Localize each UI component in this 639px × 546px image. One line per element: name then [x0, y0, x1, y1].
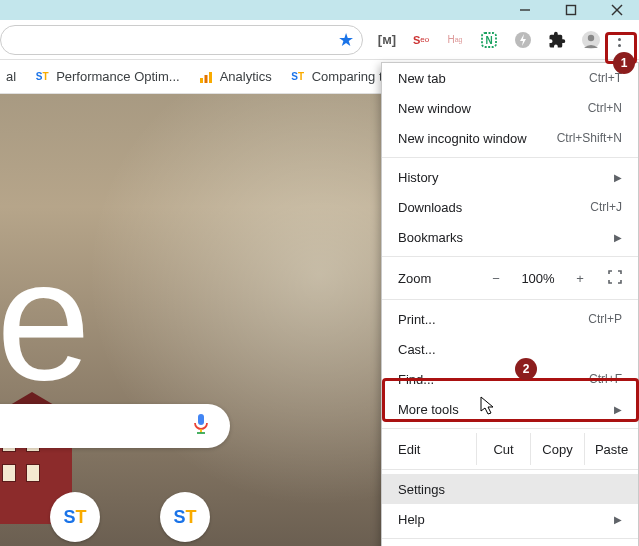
extensions-puzzle-icon[interactable]	[547, 30, 567, 50]
markup-icon[interactable]: [м]	[377, 30, 397, 50]
mouse-cursor-icon	[480, 396, 498, 420]
bookmark-item[interactable]: al	[0, 69, 22, 84]
analytics-icon	[198, 69, 214, 85]
bookmark-item[interactable]: Analytics	[192, 69, 278, 85]
annotation-badge-2: 2	[515, 358, 537, 380]
bookmark-label: Performance Optim...	[56, 69, 180, 84]
voice-search-icon[interactable]	[192, 413, 210, 439]
bookmark-item[interactable]: ST Performance Optim...	[28, 69, 186, 85]
chrome-menu-button[interactable]	[605, 26, 633, 54]
edit-paste-button[interactable]: Paste	[584, 433, 638, 465]
menu-help[interactable]: Help▶	[382, 504, 638, 534]
chevron-right-icon: ▶	[614, 232, 622, 243]
window-titlebar	[0, 0, 639, 20]
zoom-out-button[interactable]: −	[478, 271, 514, 286]
menu-settings[interactable]: Settings	[382, 474, 638, 504]
browser-toolbar: ★ [м] Seo Hag N	[0, 20, 639, 60]
fullscreen-button[interactable]	[598, 270, 632, 287]
note-icon[interactable]: N	[479, 30, 499, 50]
menu-new-tab[interactable]: New tabCtrl+T	[382, 63, 638, 93]
shortcut-tile[interactable]: ST	[50, 492, 100, 542]
menu-more-tools[interactable]: More tools▶	[382, 394, 638, 424]
profile-avatar-icon[interactable]	[581, 30, 601, 50]
zoom-percent: 100%	[514, 271, 562, 286]
svg-rect-12	[198, 414, 204, 425]
bolt-icon[interactable]	[513, 30, 533, 50]
svg-rect-1	[567, 6, 576, 15]
svg-rect-9	[200, 78, 203, 83]
menu-zoom: Zoom − 100% +	[382, 261, 638, 295]
chevron-right-icon: ▶	[614, 514, 622, 525]
htag-icon[interactable]: Hag	[445, 30, 465, 50]
minimize-button[interactable]	[511, 0, 539, 20]
svg-point-8	[588, 34, 594, 40]
more-vert-icon	[618, 32, 621, 47]
chrome-menu: New tabCtrl+T New windowCtrl+N New incog…	[381, 62, 639, 546]
google-search-input[interactable]	[0, 404, 230, 448]
menu-new-window[interactable]: New windowCtrl+N	[382, 93, 638, 123]
menu-history[interactable]: History▶	[382, 162, 638, 192]
bookmark-label: al	[6, 69, 16, 84]
edit-cut-button[interactable]: Cut	[476, 433, 530, 465]
google-logo-fragment: gle	[0, 222, 83, 418]
bookmark-icon: ST	[34, 69, 50, 85]
menu-new-incognito[interactable]: New incognito windowCtrl+Shift+N	[382, 123, 638, 153]
edit-copy-button[interactable]: Copy	[530, 433, 584, 465]
chevron-right-icon: ▶	[614, 172, 622, 183]
shortcut-tile[interactable]: ST	[160, 492, 210, 542]
menu-bookmarks[interactable]: Bookmarks▶	[382, 222, 638, 252]
bookmark-label: Analytics	[220, 69, 272, 84]
address-bar[interactable]: ★	[0, 25, 363, 55]
menu-downloads[interactable]: DownloadsCtrl+J	[382, 192, 638, 222]
menu-cast[interactable]: Cast...	[382, 334, 638, 364]
bookmark-icon: ST	[290, 69, 306, 85]
menu-edit-row: Edit Cut Copy Paste	[382, 433, 638, 465]
zoom-in-button[interactable]: +	[562, 271, 598, 286]
extension-icons: [м] Seo Hag N	[377, 30, 601, 50]
svg-rect-11	[209, 72, 212, 83]
chevron-right-icon: ▶	[614, 404, 622, 415]
svg-rect-10	[204, 75, 207, 83]
seo-icon[interactable]: Seo	[411, 30, 431, 50]
bookmark-star-icon[interactable]: ★	[338, 29, 354, 51]
menu-find[interactable]: Find...Ctrl+F	[382, 364, 638, 394]
annotation-badge-1: 1	[613, 52, 635, 74]
svg-text:N: N	[485, 35, 492, 46]
menu-print[interactable]: Print...Ctrl+P	[382, 304, 638, 334]
maximize-button[interactable]	[557, 0, 585, 20]
close-button[interactable]	[603, 0, 631, 20]
